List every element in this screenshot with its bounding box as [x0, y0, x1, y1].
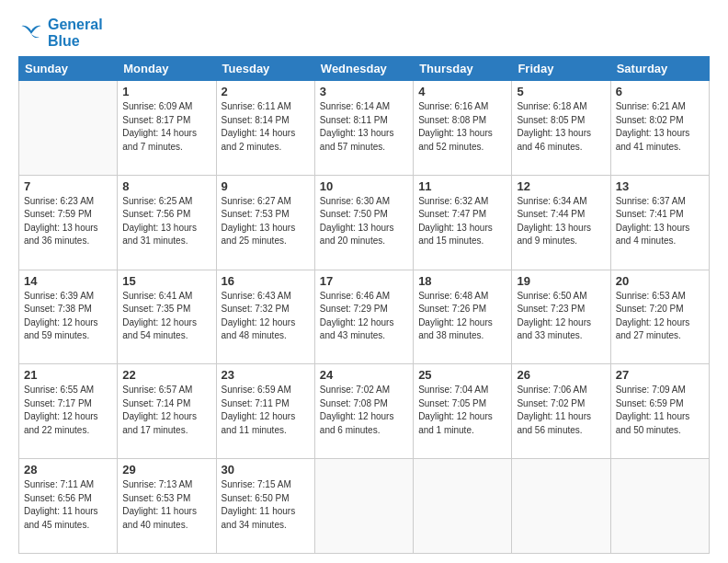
page: General Blue SundayMondayTuesdayWednesda… [0, 0, 728, 563]
daylight-label: Daylight: 14 hours and 2 minutes. [222, 128, 296, 152]
calendar-cell: 29Sunrise: 7:13 AMSunset: 6:53 PMDayligh… [118, 459, 216, 554]
daylight-label: Daylight: 13 hours and 46 minutes. [517, 128, 591, 152]
day-number: 21 [24, 368, 112, 382]
daylight-label: Daylight: 13 hours and 36 minutes. [24, 223, 98, 247]
day-info: Sunrise: 6:16 AMSunset: 8:08 PMDaylight:… [418, 100, 506, 154]
calendar-cell: 26Sunrise: 7:06 AMSunset: 7:02 PMDayligh… [512, 364, 610, 459]
calendar-week-3: 21Sunrise: 6:55 AMSunset: 7:17 PMDayligh… [19, 364, 710, 459]
day-info: Sunrise: 6:59 AMSunset: 7:11 PMDaylight:… [222, 384, 310, 437]
daylight-label: Daylight: 11 hours and 34 minutes. [222, 506, 296, 530]
day-info: Sunrise: 6:09 AMSunset: 8:17 PMDaylight:… [122, 100, 210, 154]
daylight-label: Daylight: 13 hours and 31 minutes. [122, 223, 197, 247]
daylight-label: Daylight: 11 hours and 45 minutes. [24, 506, 98, 530]
calendar-cell: 5Sunrise: 6:18 AMSunset: 8:05 PMDaylight… [512, 81, 610, 176]
day-info: Sunrise: 7:15 AMSunset: 6:50 PMDaylight:… [222, 478, 310, 532]
sunrise-label: Sunrise: 6:14 AM [320, 101, 390, 111]
day-info: Sunrise: 7:13 AMSunset: 6:53 PMDaylight:… [122, 478, 210, 532]
daylight-label: Daylight: 12 hours and 59 minutes. [24, 317, 98, 341]
day-info: Sunrise: 6:41 AMSunset: 7:35 PMDaylight:… [122, 290, 210, 343]
sunset-label: Sunset: 7:08 PM [320, 398, 388, 408]
sunrise-label: Sunrise: 7:13 AM [122, 479, 192, 489]
day-info: Sunrise: 7:04 AMSunset: 7:05 PMDaylight:… [418, 384, 506, 437]
day-number: 19 [517, 274, 605, 288]
day-number: 5 [517, 85, 605, 98]
sunrise-label: Sunrise: 6:09 AM [122, 101, 192, 111]
sunrise-label: Sunrise: 6:39 AM [24, 291, 94, 301]
sunset-label: Sunset: 7:50 PM [320, 209, 388, 219]
sunset-label: Sunset: 7:05 PM [418, 398, 486, 408]
sunset-label: Sunset: 7:44 PM [517, 209, 585, 219]
day-info: Sunrise: 6:18 AMSunset: 8:05 PMDaylight:… [517, 100, 605, 154]
sunrise-label: Sunrise: 6:53 AM [616, 291, 686, 301]
calendar-cell: 28Sunrise: 7:11 AMSunset: 6:56 PMDayligh… [19, 459, 118, 554]
weekday-thursday: Thursday [414, 57, 512, 81]
day-number: 6 [616, 85, 704, 98]
sunset-label: Sunset: 8:11 PM [320, 115, 388, 125]
daylight-label: Daylight: 12 hours and 48 minutes. [222, 317, 296, 341]
daylight-label: Daylight: 13 hours and 25 minutes. [222, 223, 296, 247]
calendar-cell: 22Sunrise: 6:57 AMSunset: 7:14 PMDayligh… [118, 364, 216, 459]
calendar-cell: 8Sunrise: 6:25 AMSunset: 7:56 PMDaylight… [118, 175, 216, 270]
sunset-label: Sunset: 7:38 PM [24, 304, 92, 314]
daylight-label: Daylight: 11 hours and 50 minutes. [616, 411, 690, 435]
calendar-cell: 25Sunrise: 7:04 AMSunset: 7:05 PMDayligh… [414, 364, 512, 459]
sunrise-label: Sunrise: 6:27 AM [222, 196, 291, 206]
daylight-label: Daylight: 12 hours and 33 minutes. [517, 317, 591, 341]
sunset-label: Sunset: 7:17 PM [24, 398, 92, 408]
sunset-label: Sunset: 7:20 PM [616, 304, 684, 314]
calendar-cell: 11Sunrise: 6:32 AMSunset: 7:47 PMDayligh… [414, 175, 512, 270]
day-number: 26 [517, 368, 605, 382]
sunrise-label: Sunrise: 6:55 AM [24, 385, 94, 395]
day-info: Sunrise: 7:06 AMSunset: 7:02 PMDaylight:… [517, 384, 605, 437]
calendar-cell: 14Sunrise: 6:39 AMSunset: 7:38 PMDayligh… [19, 270, 118, 364]
sunset-label: Sunset: 7:53 PM [222, 209, 290, 219]
daylight-label: Daylight: 12 hours and 43 minutes. [320, 317, 394, 341]
sunset-label: Sunset: 7:02 PM [517, 398, 585, 408]
calendar-cell: 27Sunrise: 7:09 AMSunset: 6:59 PMDayligh… [610, 364, 709, 459]
weekday-header-row: SundayMondayTuesdayWednesdayThursdayFrid… [19, 57, 710, 81]
day-number: 4 [418, 85, 506, 98]
day-info: Sunrise: 6:48 AMSunset: 7:26 PMDaylight:… [418, 290, 506, 343]
daylight-label: Daylight: 12 hours and 6 minutes. [320, 411, 394, 435]
day-number: 13 [616, 179, 704, 193]
sunset-label: Sunset: 7:35 PM [122, 304, 190, 314]
calendar-cell: 18Sunrise: 6:48 AMSunset: 7:26 PMDayligh… [414, 270, 512, 364]
day-info: Sunrise: 6:55 AMSunset: 7:17 PMDaylight:… [24, 384, 112, 437]
day-number: 12 [517, 179, 605, 193]
calendar-cell [314, 459, 413, 554]
calendar-cell: 9Sunrise: 6:27 AMSunset: 7:53 PMDaylight… [216, 175, 314, 270]
day-number: 9 [222, 179, 310, 193]
day-info: Sunrise: 6:21 AMSunset: 8:02 PMDaylight:… [616, 100, 704, 154]
day-number: 14 [24, 274, 112, 288]
daylight-label: Daylight: 12 hours and 22 minutes. [24, 411, 98, 435]
logo: General Blue [18, 17, 103, 49]
daylight-label: Daylight: 13 hours and 57 minutes. [320, 128, 394, 152]
daylight-label: Daylight: 11 hours and 40 minutes. [122, 506, 197, 530]
calendar-cell: 1Sunrise: 6:09 AMSunset: 8:17 PMDaylight… [118, 81, 216, 176]
calendar-cell: 13Sunrise: 6:37 AMSunset: 7:41 PMDayligh… [610, 175, 709, 270]
calendar-cell: 6Sunrise: 6:21 AMSunset: 8:02 PMDaylight… [610, 81, 709, 176]
sunset-label: Sunset: 8:05 PM [517, 115, 585, 125]
day-info: Sunrise: 6:23 AMSunset: 7:59 PMDaylight:… [24, 195, 112, 248]
calendar-cell [512, 459, 610, 554]
calendar-week-4: 28Sunrise: 7:11 AMSunset: 6:56 PMDayligh… [19, 459, 710, 554]
sunset-label: Sunset: 7:56 PM [122, 209, 190, 219]
calendar-cell: 21Sunrise: 6:55 AMSunset: 7:17 PMDayligh… [19, 364, 118, 459]
calendar-cell: 17Sunrise: 6:46 AMSunset: 7:29 PMDayligh… [314, 270, 413, 364]
daylight-label: Daylight: 12 hours and 1 minute. [418, 411, 493, 435]
daylight-label: Daylight: 12 hours and 54 minutes. [122, 317, 197, 341]
calendar-cell: 3Sunrise: 6:14 AMSunset: 8:11 PMDaylight… [314, 81, 413, 176]
sunrise-label: Sunrise: 6:50 AM [517, 291, 586, 301]
day-number: 8 [122, 179, 210, 193]
calendar-cell [610, 459, 709, 554]
day-info: Sunrise: 7:02 AMSunset: 7:08 PMDaylight:… [320, 384, 408, 437]
calendar-cell: 10Sunrise: 6:30 AMSunset: 7:50 PMDayligh… [314, 175, 413, 270]
day-info: Sunrise: 6:30 AMSunset: 7:50 PMDaylight:… [320, 195, 408, 248]
sunset-label: Sunset: 6:50 PM [222, 493, 290, 503]
sunrise-label: Sunrise: 6:59 AM [222, 385, 291, 395]
calendar-week-0: 1Sunrise: 6:09 AMSunset: 8:17 PMDaylight… [19, 81, 710, 176]
daylight-label: Daylight: 13 hours and 15 minutes. [418, 223, 493, 247]
day-info: Sunrise: 7:11 AMSunset: 6:56 PMDaylight:… [24, 478, 112, 532]
calendar-cell: 19Sunrise: 6:50 AMSunset: 7:23 PMDayligh… [512, 270, 610, 364]
sunrise-label: Sunrise: 7:11 AM [24, 479, 94, 489]
